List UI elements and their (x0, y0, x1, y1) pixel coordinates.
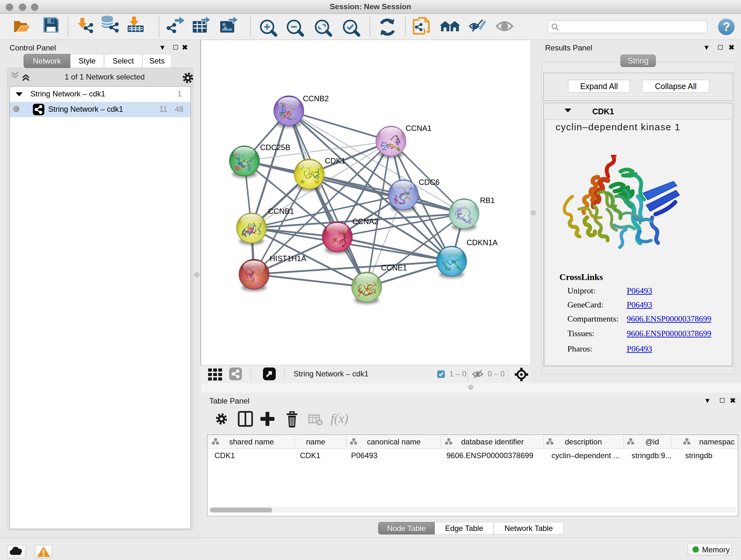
svg-text:namespac: namespac (699, 437, 735, 446)
svg-text:CDKN1A: CDKN1A (467, 238, 497, 247)
svg-text:CDK1: CDK1 (300, 451, 320, 460)
svg-text:shared name: shared name (229, 437, 274, 446)
svg-text:f(x): f(x) (331, 411, 348, 426)
svg-text:P06493: P06493 (351, 451, 378, 460)
svg-text:stringdb:9...: stringdb:9... (631, 451, 671, 460)
svg-text:9606.ENSP00000378699: 9606.ENSP00000378699 (447, 451, 533, 460)
svg-text:description: description (565, 437, 602, 446)
svg-text:CDC6: CDC6 (419, 178, 440, 186)
svg-text:HIST1H1A: HIST1H1A (270, 254, 307, 263)
svg-text:CDK1: CDK1 (214, 451, 235, 460)
svg-text:database identifier: database identifier (461, 437, 524, 446)
svg-text:CCNA2: CCNA2 (352, 217, 378, 226)
svg-text:CCNE1: CCNE1 (381, 263, 407, 272)
svg-text:CDK1: CDK1 (325, 157, 345, 165)
svg-text:cyclin–dependent ...: cyclin–dependent ... (551, 451, 619, 460)
svg-text:canonical name: canonical name (367, 437, 421, 446)
svg-text:CDC25B: CDC25B (260, 143, 290, 152)
svg-text:@id: @id (645, 437, 659, 446)
svg-text:CCNA1: CCNA1 (406, 124, 431, 132)
svg-text:CCNB2: CCNB2 (303, 94, 329, 103)
svg-text:stringdb: stringdb (685, 451, 712, 460)
svg-text:CCNB1: CCNB1 (268, 207, 294, 215)
svg-text:name: name (306, 437, 325, 446)
svg-text:RB1: RB1 (480, 196, 495, 205)
